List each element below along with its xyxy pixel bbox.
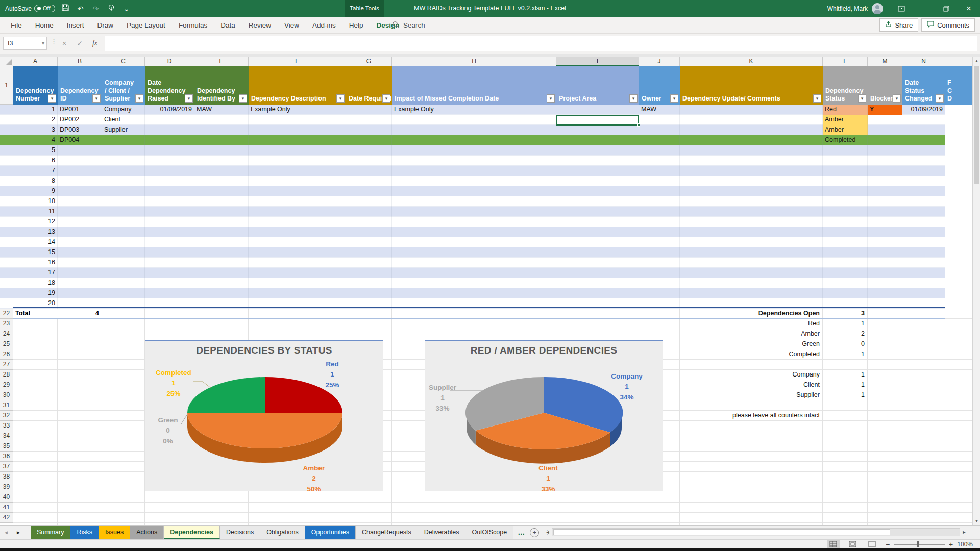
header-cell-impact-of-missed-completion-date[interactable]: Impact of Missed Completion Date▾ <box>392 66 556 105</box>
cell-C-org[interactable] <box>102 237 145 247</box>
cell-C-org[interactable] <box>102 268 145 278</box>
cell-D-raised[interactable] <box>145 135 194 145</box>
cell-M-blocker[interactable] <box>868 217 902 227</box>
cell-K[interactable] <box>680 105 823 115</box>
column-header-D[interactable]: D <box>145 57 194 66</box>
row-header-28[interactable]: 28 <box>0 370 13 380</box>
cell-C-org[interactable]: Supplier <box>102 125 145 135</box>
cell-F-desc[interactable] <box>249 176 346 186</box>
chart-red-amber-dependencies[interactable]: RED / AMBER DEPENDENCIES Company134% Sup… <box>425 340 663 491</box>
cell-D-raised[interactable] <box>145 207 194 217</box>
cell-A-n[interactable]: 14 <box>13 237 58 247</box>
cell-G[interactable] <box>346 207 392 217</box>
cell-E-by[interactable] <box>194 135 249 145</box>
sheet-nav-prev-icon[interactable]: ◄ <box>0 526 12 539</box>
cell-F-desc[interactable] <box>249 186 346 196</box>
cell-F-desc[interactable] <box>249 135 346 145</box>
cell-C-org[interactable] <box>102 278 145 288</box>
cell-F-desc[interactable] <box>249 247 346 258</box>
filter-dropdown-icon[interactable]: ▾ <box>239 94 247 103</box>
cell-L-status[interactable] <box>823 207 868 217</box>
cell-B-id[interactable] <box>58 186 102 196</box>
cell-J-owner[interactable] <box>639 288 680 298</box>
cell-M-blocker[interactable] <box>868 145 902 156</box>
cell-G[interactable] <box>346 268 392 278</box>
row-header-24[interactable]: 24 <box>0 329 13 339</box>
cell-A-n[interactable]: 15 <box>13 247 58 258</box>
header-cell-dependency-description[interactable]: Dependency Description▾ <box>249 66 346 105</box>
cell-B-id[interactable] <box>58 227 102 237</box>
cell-A-n[interactable]: 6 <box>13 156 58 166</box>
cell-F-desc[interactable] <box>249 145 346 156</box>
cell-H-impact[interactable] <box>392 288 556 298</box>
cell-I[interactable] <box>556 135 639 145</box>
cell-K[interactable] <box>680 196 823 207</box>
cell-G[interactable] <box>346 115 392 125</box>
cell-A-n[interactable]: 7 <box>13 166 58 176</box>
cell-C-org[interactable]: Company <box>102 105 145 115</box>
cell-N-changed[interactable] <box>902 145 945 156</box>
cell-J-owner[interactable] <box>639 258 680 268</box>
cell-B-id[interactable]: DP003 <box>58 125 102 135</box>
column-header-E[interactable]: E <box>194 57 249 66</box>
filter-dropdown-icon[interactable]: ▾ <box>547 94 555 103</box>
comments-button[interactable]: Comments <box>921 18 975 32</box>
header-cell-dependency-number[interactable]: Dependency Number▾ <box>13 66 58 105</box>
sheet-tab-deliverables[interactable]: Deliverables <box>418 526 466 539</box>
share-button[interactable]: Share <box>879 18 918 32</box>
restore-button[interactable] <box>935 0 958 17</box>
cell-F-desc[interactable] <box>249 288 346 298</box>
cell-E-by[interactable] <box>194 125 249 135</box>
cell-H-impact[interactable]: Example Only <box>392 105 556 115</box>
cell-K[interactable] <box>680 268 823 278</box>
cell-F-desc[interactable] <box>249 237 346 247</box>
cell-H-impact[interactable] <box>392 217 556 227</box>
cell-C-org[interactable] <box>102 247 145 258</box>
cell-A-n[interactable]: 11 <box>13 207 58 217</box>
row-header-39[interactable]: 39 <box>0 482 13 492</box>
scroll-up-icon[interactable]: ▲ <box>973 57 980 65</box>
column-header-L[interactable]: L <box>823 57 868 66</box>
ribbon-tab-add-ins[interactable]: Add-ins <box>306 17 342 34</box>
cell-G[interactable] <box>346 145 392 156</box>
cell-B-id[interactable] <box>58 278 102 288</box>
cell-E-by[interactable] <box>194 207 249 217</box>
cell-I[interactable] <box>556 105 639 115</box>
normal-view-icon[interactable] <box>827 540 840 548</box>
selected-cell-I3[interactable] <box>556 115 639 126</box>
cell-M-blocker[interactable] <box>868 247 902 258</box>
cell-E-by[interactable] <box>194 156 249 166</box>
cell-H-impact[interactable] <box>392 186 556 196</box>
cell-A-n[interactable]: 18 <box>13 278 58 288</box>
cell-C-org[interactable] <box>102 186 145 196</box>
fill-handle[interactable] <box>637 123 640 127</box>
cell-N-changed[interactable] <box>902 268 945 278</box>
cell-F-desc[interactable]: Example Only <box>249 105 346 115</box>
cell-H-impact[interactable] <box>392 258 556 268</box>
header-cell-dependency-identified-by[interactable]: Dependency Identified By▾ <box>194 66 249 105</box>
cell-C-org[interactable]: Client <box>102 115 145 125</box>
cell-D-raised[interactable] <box>145 166 194 176</box>
cell-F-desc[interactable] <box>249 115 346 125</box>
cell-K[interactable] <box>680 278 823 288</box>
name-box-dropdown-icon[interactable]: ▾ <box>42 37 44 49</box>
cell-J-owner[interactable] <box>639 237 680 247</box>
sheet-tab-risks[interactable]: Risks <box>70 526 99 539</box>
sheet-tab-issues[interactable]: Issues <box>99 526 130 539</box>
name-box[interactable]: I3 ▾ <box>3 37 47 50</box>
cell-A-n[interactable]: 13 <box>13 227 58 237</box>
cell-A-n[interactable]: 8 <box>13 176 58 186</box>
cell-E-by[interactable] <box>194 145 249 156</box>
cell-L-status[interactable] <box>823 288 868 298</box>
cell-I[interactable] <box>556 217 639 227</box>
cell-N-changed[interactable] <box>902 258 945 268</box>
cell-J-owner[interactable] <box>639 135 680 145</box>
cell-G[interactable] <box>346 196 392 207</box>
cell-G[interactable] <box>346 105 392 115</box>
insert-function-icon[interactable]: fx <box>88 37 102 50</box>
cell-H-impact[interactable] <box>392 237 556 247</box>
cell-A-n[interactable]: 9 <box>13 186 58 196</box>
cell-J-owner[interactable] <box>639 196 680 207</box>
row-header-1[interactable]: 1 <box>0 66 13 105</box>
cell-G[interactable] <box>346 125 392 135</box>
